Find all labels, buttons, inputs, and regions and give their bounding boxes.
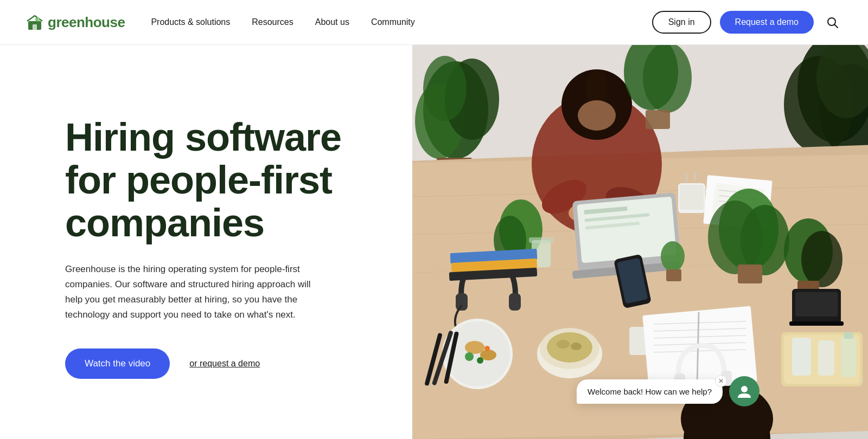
svg-point-72 [465, 352, 474, 361]
chat-bubble-container: Welcome back! How can we help? ✕ [577, 379, 723, 404]
svg-point-103 [643, 45, 692, 113]
chat-widget: Welcome back! How can we help? ✕ [577, 376, 760, 406]
svg-rect-86 [818, 340, 834, 376]
svg-rect-1 [33, 24, 37, 30]
svg-point-10 [423, 56, 467, 121]
logo[interactable]: greenhouse [26, 14, 125, 31]
svg-point-61 [708, 201, 762, 274]
sign-in-button[interactable]: Sign in [652, 11, 711, 34]
nav-link-products[interactable]: Products & solutions [151, 17, 230, 27]
svg-rect-52 [456, 293, 468, 311]
search-icon [826, 16, 839, 29]
svg-line-4 [835, 25, 838, 28]
navbar: greenhouse Products & solutions Resource… [0, 0, 868, 45]
nav-item-about[interactable]: About us [315, 17, 349, 27]
svg-rect-92 [795, 292, 838, 317]
logo-text: greenhouse [48, 14, 125, 31]
svg-rect-41 [680, 185, 704, 210]
nav-links: Products & solutions Resources About us … [151, 17, 652, 27]
chat-close-button[interactable]: ✕ [715, 375, 727, 387]
greenhouse-logo-icon [26, 14, 43, 31]
svg-rect-93 [789, 321, 844, 326]
hero-headline: Hiring software for people-first compani… [65, 116, 369, 245]
nav-link-resources[interactable]: Resources [252, 17, 293, 27]
svg-rect-85 [792, 338, 811, 376]
svg-point-78 [557, 340, 570, 348]
svg-point-77 [547, 332, 592, 363]
nav-link-community[interactable]: Community [371, 17, 415, 27]
svg-rect-87 [841, 337, 856, 377]
hero-buttons: Watch the video or request a demo [65, 348, 369, 379]
chat-avatar-icon [736, 383, 753, 400]
svg-point-74 [484, 346, 490, 351]
svg-point-66 [661, 241, 685, 272]
hero-right: Welcome back! How can we help? ✕ [412, 45, 868, 439]
nav-link-about[interactable]: About us [315, 17, 349, 27]
request-demo-button[interactable]: Request a demo [720, 11, 814, 34]
nav-item-resources[interactable]: Resources [252, 17, 293, 27]
svg-rect-53 [509, 293, 521, 311]
svg-point-79 [571, 343, 582, 350]
svg-point-107 [741, 386, 748, 392]
nav-item-products[interactable]: Products & solutions [151, 17, 230, 27]
chat-avatar-button[interactable] [729, 376, 760, 406]
chat-bubble: Welcome back! How can we help? [577, 379, 723, 404]
watch-video-button[interactable]: Watch the video [65, 348, 170, 379]
hero-body: Greenhouse is the hiring operating syste… [65, 262, 315, 322]
nav-item-community[interactable]: Community [371, 17, 415, 27]
svg-point-33 [578, 100, 616, 131]
svg-point-73 [477, 357, 483, 364]
main-container: Hiring software for people-first compani… [0, 45, 868, 439]
svg-rect-88 [844, 332, 853, 339]
svg-rect-62 [738, 264, 762, 283]
nav-right: Sign in Request a demo [652, 11, 842, 34]
svg-point-69 [445, 321, 510, 386]
hero-left: Hiring software for people-first compani… [0, 45, 412, 439]
svg-rect-104 [646, 110, 670, 129]
svg-point-64 [801, 231, 843, 287]
search-button[interactable] [822, 12, 842, 32]
svg-rect-67 [666, 269, 681, 281]
request-demo-link[interactable]: or request a demo [189, 359, 260, 369]
svg-rect-46 [529, 237, 553, 243]
